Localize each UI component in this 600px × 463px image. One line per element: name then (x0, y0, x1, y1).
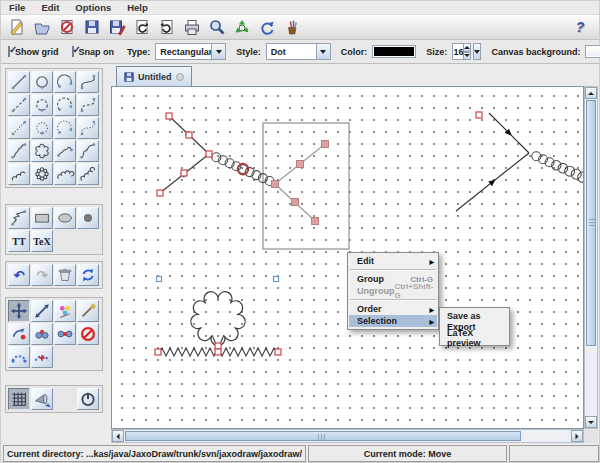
open-icon (33, 18, 51, 36)
horizontal-scrollbar-thumb[interactable] (125, 431, 521, 441)
fermion-arc-button[interactable] (54, 71, 76, 93)
text-tool-button[interactable]: TT (8, 230, 30, 252)
gluon-line-left[interactable] (212, 153, 274, 186)
ghost-line-button[interactable] (8, 117, 30, 139)
ghost-bezier-button[interactable] (77, 117, 99, 139)
edit-tool-button[interactable] (77, 300, 99, 322)
help-button[interactable]: ? (569, 16, 591, 38)
menu-options[interactable]: Options (67, 2, 119, 13)
scroll-left-icon[interactable] (112, 430, 124, 442)
rotate-tool-button[interactable] (8, 323, 30, 345)
box-button[interactable] (31, 207, 53, 229)
submenu-save-as[interactable]: Save as (441, 310, 508, 321)
gluon-line-right[interactable] (532, 152, 583, 186)
quit-button[interactable] (77, 388, 99, 410)
refresh-button[interactable] (254, 16, 279, 39)
gluon-loop-button[interactable] (31, 163, 53, 185)
gluon-bezier-button[interactable] (77, 163, 99, 185)
block-tool-button[interactable] (77, 323, 99, 345)
vertical-scrollbar[interactable] (584, 86, 598, 429)
chevron-down-icon[interactable] (316, 43, 331, 60)
power-icon (78, 389, 98, 409)
chevron-down-icon[interactable] (211, 43, 226, 60)
save-as-button[interactable] (104, 16, 129, 39)
preview-button[interactable] (204, 16, 229, 39)
context-menu-order[interactable]: Order ▶ (349, 303, 437, 315)
show-grid-checkbox[interactable]: ✓ (8, 46, 10, 57)
fermion-bezier-button[interactable] (77, 71, 99, 93)
scalar-bezier-button[interactable] (77, 94, 99, 116)
ellipse-button[interactable] (54, 207, 76, 229)
fermion-loop-button[interactable] (31, 71, 53, 93)
fermion-line-button[interactable] (8, 71, 30, 93)
photon-arc-button[interactable] (54, 140, 76, 162)
fermion-lines-right[interactable] (456, 113, 529, 211)
fermion-lines-left[interactable] (160, 116, 209, 193)
print-button[interactable] (179, 16, 204, 39)
undo-button[interactable]: ↶ (8, 264, 30, 286)
refresh-canvas-button[interactable] (77, 264, 99, 286)
recycle-button[interactable] (229, 16, 254, 39)
gluon-arc-button[interactable] (54, 163, 76, 185)
blob-button[interactable] (77, 207, 99, 229)
size-stepper[interactable] (464, 43, 471, 60)
selected-handles[interactable] (272, 141, 329, 225)
zigzag-line-button[interactable] (8, 207, 30, 229)
scalar-loop-button[interactable] (31, 94, 53, 116)
open-button[interactable] (29, 16, 54, 39)
photon-bezier-button[interactable] (77, 140, 99, 162)
canvas-bg-swatch-button[interactable] (585, 45, 600, 58)
context-menu-selection[interactable]: Selection ▶ (349, 315, 437, 327)
photon-loop-button[interactable] (31, 140, 53, 162)
submenu-latex-preview[interactable]: LaTeX preview (441, 332, 508, 343)
horizontal-scrollbar[interactable] (111, 429, 584, 443)
grid-toggle-button[interactable] (8, 388, 30, 410)
scroll-down-icon[interactable] (585, 416, 597, 428)
ghost-arc-button[interactable] (54, 117, 76, 139)
context-menu-edit[interactable]: Edit ▶ (349, 255, 437, 267)
latex-text-button[interactable]: TeX (31, 230, 53, 252)
scroll-up-icon[interactable] (585, 87, 597, 99)
scalar-line-button[interactable] (8, 94, 30, 116)
latex-button[interactable] (279, 16, 304, 39)
blue-handles[interactable] (157, 277, 279, 282)
snap-on-checkbox[interactable]: ✓ (72, 46, 74, 57)
group-tool-button[interactable] (31, 323, 53, 345)
grid-type-select[interactable]: Rectangular (155, 43, 226, 60)
gluon-blob[interactable] (191, 292, 245, 346)
ghost-loop-button[interactable] (31, 117, 53, 139)
color-swatch-button[interactable] (372, 45, 416, 58)
tab-untitled[interactable]: Untitled (116, 66, 192, 86)
edit-tools-section: ↶ ↷ (5, 261, 103, 289)
tab-close-icon[interactable] (176, 73, 184, 81)
revert-button[interactable] (129, 16, 154, 39)
resize-tool-button[interactable] (31, 300, 53, 322)
delete-button[interactable] (54, 264, 76, 286)
color-tool-button[interactable] (54, 300, 76, 322)
save-button[interactable] (79, 16, 104, 39)
preview-horn-button[interactable] (31, 388, 53, 410)
menu-edit[interactable]: Edit (33, 2, 67, 13)
close-button[interactable] (54, 16, 79, 39)
menu-file[interactable]: File (1, 2, 33, 13)
vertical-scrollbar-thumb[interactable] (586, 100, 596, 346)
photon-line-button[interactable] (8, 140, 30, 162)
spinner-down-icon[interactable] (464, 52, 471, 61)
loop-tool-button[interactable] (8, 346, 30, 368)
menu-help[interactable]: Help (119, 2, 156, 13)
spinner-up-icon[interactable] (464, 43, 471, 52)
ungroup-tool-button[interactable] (54, 323, 76, 345)
scroll-right-icon[interactable] (571, 430, 583, 442)
size-input[interactable]: 16 (452, 43, 464, 60)
scalar-arc-button[interactable] (54, 94, 76, 116)
redo-page-button[interactable] (154, 16, 179, 39)
grid-style-select[interactable]: Dot (266, 43, 331, 60)
gluon-line-button[interactable] (8, 163, 30, 185)
menu-item-label: Save as (447, 311, 481, 321)
size-dropdown-button[interactable] (473, 43, 481, 60)
selected-lines[interactable] (275, 144, 325, 221)
move-tool-button[interactable] (8, 300, 30, 322)
redo-button[interactable]: ↷ (31, 264, 53, 286)
new-button[interactable] (4, 16, 29, 39)
loop-add-tool-button[interactable] (31, 346, 53, 368)
